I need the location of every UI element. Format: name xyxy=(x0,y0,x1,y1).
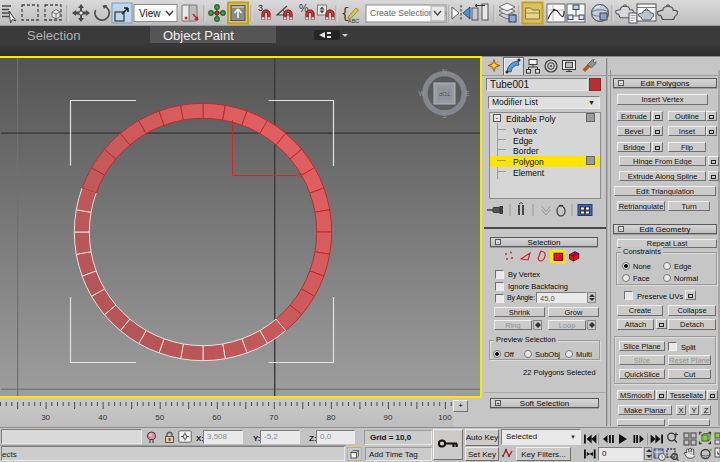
svg-text:E: E xyxy=(465,90,470,97)
svg-text:90: 90 xyxy=(383,413,392,422)
svg-text:ABC: ABC xyxy=(348,18,359,24)
svg-text:80: 80 xyxy=(326,413,335,422)
svg-text:View: View xyxy=(139,8,161,19)
svg-text:40: 40 xyxy=(98,413,107,422)
svg-text:W: W xyxy=(418,90,425,97)
svg-text:60: 60 xyxy=(212,413,221,422)
svg-text:X: X xyxy=(298,172,303,179)
svg-text:S: S xyxy=(442,112,447,119)
svg-text:TOP: TOP xyxy=(439,91,451,97)
svg-text:70: 70 xyxy=(269,413,278,422)
svg-text:100: 100 xyxy=(438,413,452,422)
svg-text:50: 50 xyxy=(155,413,164,422)
svg-text:30: 30 xyxy=(41,413,50,422)
svg-text:N: N xyxy=(442,68,447,75)
